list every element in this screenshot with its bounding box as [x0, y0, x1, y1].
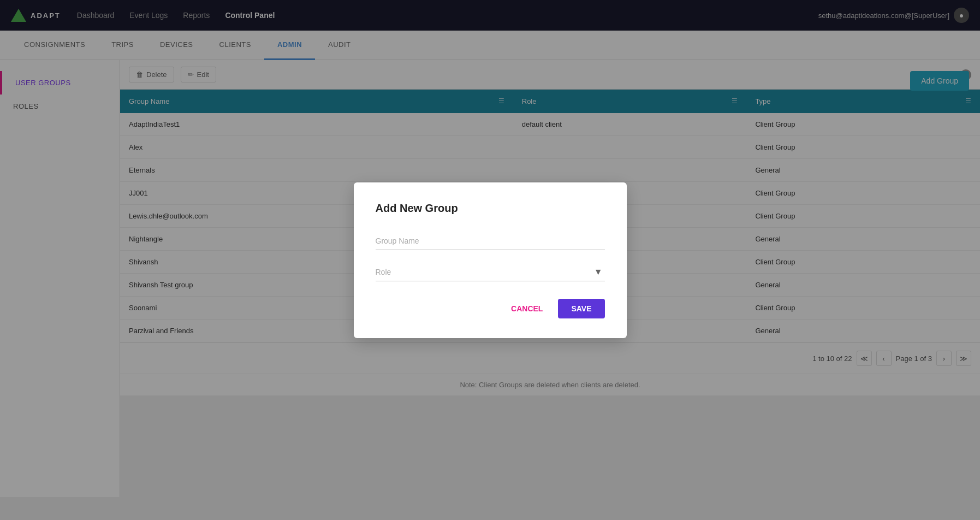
role-select-wrapper: Role ▼	[376, 263, 605, 281]
modal-overlay[interactable]: Add New Group Role ▼ CANCEL SAVE	[0, 0, 980, 520]
group-name-field	[376, 232, 605, 250]
save-button[interactable]: SAVE	[558, 299, 604, 318]
role-select[interactable]: Role	[376, 263, 605, 281]
dialog-title: Add New Group	[376, 202, 605, 215]
add-group-dialog: Add New Group Role ▼ CANCEL SAVE	[354, 182, 627, 338]
group-name-input[interactable]	[376, 232, 605, 250]
dialog-actions: CANCEL SAVE	[376, 299, 605, 318]
cancel-button[interactable]: CANCEL	[502, 299, 551, 318]
role-field: Role ▼	[376, 263, 605, 281]
